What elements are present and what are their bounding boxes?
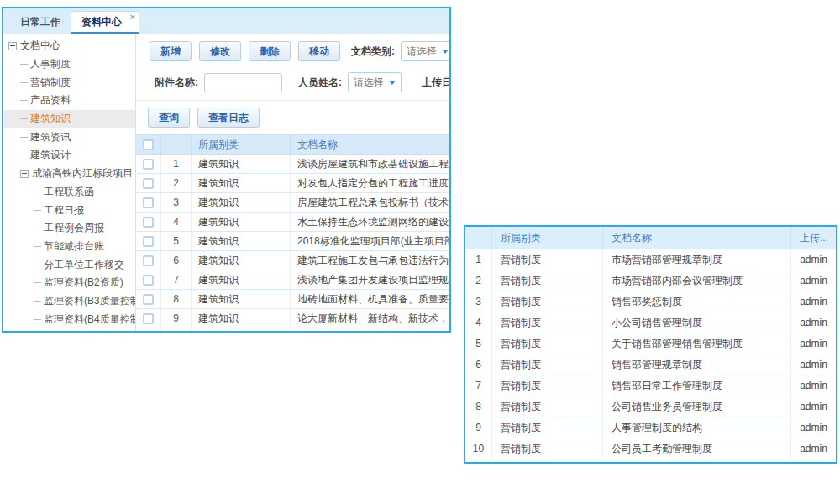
chevron-down-icon	[442, 50, 449, 54]
row-uploader: admin	[791, 375, 836, 396]
doc-name-column-header[interactable]: 文档名称	[603, 227, 791, 249]
row-category: 建筑知识	[192, 232, 291, 250]
tree-item-marketing-policy[interactable]: 营销制度	[3, 73, 135, 92]
doc-name-column-header[interactable]: 文档名称	[291, 135, 449, 154]
add-button[interactable]: 新增	[150, 41, 192, 61]
tree-item-supervision-b4[interactable]: 监理资料(B4质量控制)	[3, 310, 135, 328]
tree-item-construction-knowledge[interactable]: 建筑知识	[3, 110, 135, 129]
row-checkbox[interactable]	[143, 236, 154, 247]
tree-item-project-daily-report[interactable]: 工程日报	[3, 201, 135, 219]
tree-item-construction-news[interactable]: 建筑资讯	[3, 128, 135, 146]
tree-connector	[20, 137, 28, 138]
move-button[interactable]: 移动	[298, 41, 340, 61]
row-checkbox[interactable]	[143, 217, 154, 228]
row-category: 营销制度	[492, 291, 603, 312]
table-row[interactable]: 5 营销制度 关于销售部管理销售管理制度 admin	[465, 333, 836, 354]
table-row[interactable]: 1 营销制度 市场营销部管理规章制度 admin	[465, 249, 836, 270]
tree-item-supervision-b2[interactable]: 监理资料(B2资质)	[3, 274, 135, 292]
row-uploader: admin	[791, 312, 836, 333]
row-checkbox[interactable]	[143, 313, 154, 324]
table-row[interactable]: 4 营销制度 小公司销售管理制度 admin	[465, 312, 836, 333]
table-row[interactable]: 3 营销制度 销售部奖惩制度 admin	[465, 291, 836, 312]
row-doc-name: 房屋建筑工程总承包投标书（技术标）...	[291, 193, 449, 212]
doc-category-select[interactable]: 请选择	[401, 41, 449, 61]
row-category: 营销制度	[492, 396, 603, 417]
tree-node-label: 成渝高铁内江标段项目	[32, 166, 133, 181]
table-row[interactable]: 9 建筑知识 论大厦新材料、新结构、新技术，新工...	[136, 309, 449, 328]
category-column-header[interactable]: 所属别类	[192, 135, 291, 154]
row-number: 4	[161, 213, 192, 231]
table-row[interactable]: 8 建筑知识 地砖地面材料、机具准备、质量要求及...	[136, 290, 449, 309]
tree-connector	[34, 319, 41, 320]
tab-data-center[interactable]: 资料中心 ×	[71, 11, 139, 34]
tab-close-icon[interactable]: ×	[130, 13, 135, 22]
tree-item-label: 监理资料(B3质量控制)	[44, 294, 136, 308]
row-doc-name: 销售部奖惩制度	[603, 291, 791, 312]
row-doc-name: 销售部日常工作管理制度	[603, 375, 791, 396]
table-row[interactable]: 2 建筑知识 对发包人指定分包的工程施工进度安排...	[136, 174, 449, 193]
row-number-header	[161, 135, 192, 154]
tree-item-personnel-policy[interactable]: 人事制度	[3, 55, 135, 74]
tree-item-supervision-b3[interactable]: 监理资料(B3质量控制)	[3, 292, 135, 311]
row-checkbox[interactable]	[143, 275, 154, 286]
table-row[interactable]: 9 营销制度 人事管理制度的结构 admin	[465, 417, 836, 438]
tree-item-work-transfer[interactable]: 分工单位工作移交	[3, 255, 135, 274]
tree-item-energy-saving-ledger[interactable]: 节能减排台账	[3, 238, 135, 256]
chevron-down-icon	[389, 81, 396, 85]
row-checkbox[interactable]	[143, 255, 154, 266]
tree-item-project-weekly-meeting[interactable]: 工程例会周报	[3, 219, 135, 238]
row-number: 1	[161, 155, 192, 173]
table-row[interactable]: 1 建筑知识 浅谈房屋建筑和市政基础设施工程施工...	[136, 155, 449, 174]
person-name-select[interactable]: 请选择	[348, 72, 402, 92]
table-row[interactable]: 7 营销制度 销售部日常工作管理制度 admin	[465, 375, 836, 396]
table-row[interactable]: 2 营销制度 市场营销部内部会议管理制度 admin	[465, 270, 836, 291]
table-row[interactable]: 5 建筑知识 2018标准化监理项目部(业主项目部)人员...	[136, 232, 449, 251]
tree-item-label: 监理资料(B2资质)	[44, 276, 123, 290]
upload-date-label: 上传日期	[422, 76, 449, 90]
table-row[interactable]: 4 建筑知识 水土保持生态环境监测网络的建设与资...	[136, 213, 449, 232]
select-all-checkbox[interactable]	[143, 139, 154, 150]
tree-root-label: 文档中心	[20, 39, 60, 53]
table-row[interactable]: 10 建筑知识 大厦地下室加气砼墙砌筑工程的施工方...	[136, 328, 449, 331]
row-checkbox[interactable]	[143, 197, 154, 208]
tree-item-product-info[interactable]: 产品资料	[3, 92, 135, 110]
table-row[interactable]: 7 建筑知识 浅谈地产集团开发建设项目监理规划编...	[136, 270, 449, 290]
delete-button[interactable]: 删除	[249, 41, 291, 61]
table-row[interactable]: 3 建筑知识 房屋建筑工程总承包投标书（技术标）...	[136, 193, 449, 213]
row-number: 10	[465, 438, 492, 459]
row-number: 9	[465, 417, 492, 438]
document-center-window: 日常工作 资料中心 × 文档中心 人事制度 营销制度	[2, 7, 451, 333]
documents-grid: 所属别类 文档名称 1 建筑知识 浅谈房屋建筑和市政基础设施工程施工... 2 …	[136, 134, 449, 331]
collapse-icon[interactable]	[20, 170, 29, 178]
row-checkbox[interactable]	[143, 159, 154, 170]
collapse-icon[interactable]	[8, 42, 17, 50]
row-checkbox[interactable]	[143, 178, 154, 189]
edit-button[interactable]: 修改	[199, 41, 241, 61]
row-doc-name: 对发包人指定分包的工程施工进度安排...	[291, 174, 449, 192]
row-number: 2	[161, 174, 192, 192]
view-log-button[interactable]: 查看日志	[197, 108, 260, 128]
table-row[interactable]: 6 营销制度 销售部管理规章制度 admin	[465, 354, 836, 375]
table-row[interactable]: 10 营销制度 公司员工考勤管理制度 admin	[465, 438, 836, 459]
row-doc-name: 销售部管理规章制度	[603, 354, 791, 375]
tree-item-quality-control-basement[interactable]: 工程质量控制(地下室)	[3, 328, 135, 331]
row-checkbox[interactable]	[143, 294, 154, 305]
tree-root-document-center[interactable]: 文档中心	[3, 37, 135, 55]
row-number: 3	[161, 193, 192, 212]
row-uploader: admin	[791, 270, 836, 291]
row-number-header	[465, 227, 492, 249]
tree-item-project-contact-letter[interactable]: 工程联系函	[3, 183, 135, 202]
uploader-column-header[interactable]: 上传...	[791, 227, 836, 249]
tree-item-construction-design[interactable]: 建筑设计	[3, 146, 135, 165]
grid-header-row: 所属别类 文档名称	[136, 134, 449, 155]
category-column-header[interactable]: 所属别类	[492, 227, 603, 249]
query-button[interactable]: 查询	[148, 108, 190, 128]
row-category: 营销制度	[492, 417, 603, 438]
tree-node-railway-project[interactable]: 成渝高铁内江标段项目	[3, 165, 135, 183]
table-row[interactable]: 6 建筑知识 建筑工程施工发包与承包违法行为认定...	[136, 251, 449, 270]
attachment-name-input[interactable]	[204, 73, 282, 92]
tree-item-label: 产品资料	[30, 93, 71, 108]
row-number: 10	[161, 328, 192, 331]
tab-daily-work[interactable]: 日常工作	[10, 11, 71, 34]
table-row[interactable]: 8 营销制度 公司销售业务员管理制度 admin	[465, 396, 836, 417]
